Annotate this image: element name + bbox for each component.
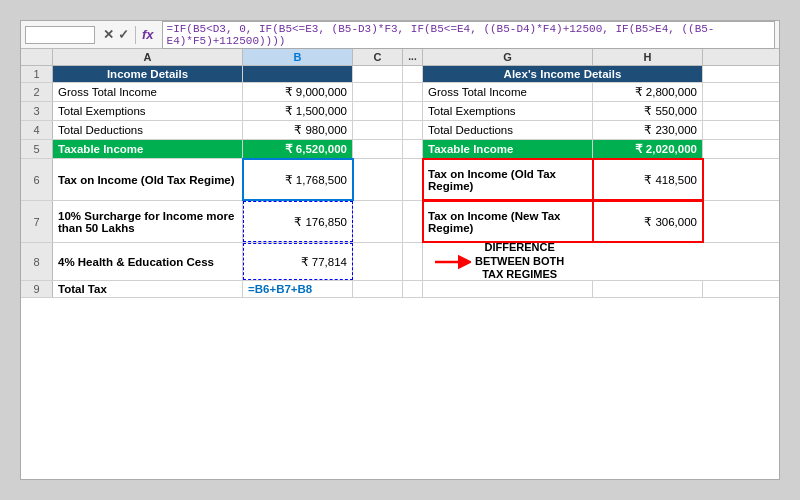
cell-a7[interactable]: 10% Surcharge for Income more than 50 La… bbox=[53, 201, 243, 242]
row-num-6: 6 bbox=[21, 159, 53, 200]
cell-dots-7 bbox=[403, 201, 423, 242]
col-header-c: C bbox=[353, 49, 403, 65]
col-header-h: H bbox=[593, 49, 703, 65]
table-row: 3 Total Exemptions ₹ 1,500,000 Total Exe… bbox=[21, 102, 779, 121]
cell-h9[interactable] bbox=[593, 281, 703, 297]
cell-b5[interactable]: ₹ 6,520,000 bbox=[243, 140, 353, 158]
cell-b4[interactable]: ₹ 980,000 bbox=[243, 121, 353, 139]
grid-area: A B C ... G H 1 Income Details Alex's In… bbox=[21, 49, 779, 479]
cell-c1[interactable] bbox=[353, 66, 403, 82]
cell-c3[interactable] bbox=[353, 102, 403, 120]
cell-g4[interactable]: Total Deductions bbox=[423, 121, 593, 139]
cell-c6[interactable] bbox=[353, 159, 403, 200]
cell-dots-3 bbox=[403, 102, 423, 120]
cell-h3[interactable]: ₹ 550,000 bbox=[593, 102, 703, 120]
formula-text: =IF(B5<D3, 0, IF(B5<=E3, (B5-D3)*F3, IF(… bbox=[167, 23, 715, 47]
table-row: 2 Gross Total Income ₹ 9,000,000 Gross T… bbox=[21, 83, 779, 102]
row-num-8: 8 bbox=[21, 243, 53, 280]
table-row: 9 Total Tax =B6+B7+B8 bbox=[21, 281, 779, 298]
cell-b1[interactable] bbox=[243, 66, 353, 82]
cell-b2[interactable]: ₹ 9,000,000 bbox=[243, 83, 353, 101]
cell-g2[interactable]: Gross Total Income bbox=[423, 83, 593, 101]
table-row: 6 Tax on Income (Old Tax Regime) ₹ 1,768… bbox=[21, 159, 779, 201]
cell-b9[interactable]: =B6+B7+B8 bbox=[243, 281, 353, 297]
row-num-7: 7 bbox=[21, 201, 53, 242]
cell-c7[interactable] bbox=[353, 201, 403, 242]
cell-h4[interactable]: ₹ 230,000 bbox=[593, 121, 703, 139]
corner-cell bbox=[21, 49, 53, 65]
cell-g3[interactable]: Total Exemptions bbox=[423, 102, 593, 120]
cell-b8[interactable]: ₹ 77,814 bbox=[243, 243, 353, 280]
cell-h7[interactable]: ₹ 306,000 bbox=[593, 201, 703, 242]
cell-a6[interactable]: Tax on Income (Old Tax Regime) bbox=[53, 159, 243, 200]
row-num-1: 1 bbox=[21, 66, 53, 82]
diff-label: DIFFERENCE BETWEEN BOTH TAX REGIMES bbox=[475, 241, 564, 282]
cell-a1[interactable]: Income Details bbox=[53, 66, 243, 82]
cell-g5[interactable]: Taxable Income bbox=[423, 140, 593, 158]
cell-h2[interactable]: ₹ 2,800,000 bbox=[593, 83, 703, 101]
cell-b6[interactable]: ₹ 1,768,500 bbox=[243, 159, 353, 200]
cell-c8[interactable] bbox=[353, 243, 403, 280]
cell-b3[interactable]: ₹ 1,500,000 bbox=[243, 102, 353, 120]
row-num-4: 4 bbox=[21, 121, 53, 139]
cell-b7[interactable]: ₹ 176,850 bbox=[243, 201, 353, 242]
cell-h6[interactable]: ₹ 418,500 bbox=[593, 159, 703, 200]
cell-c9[interactable] bbox=[353, 281, 403, 297]
cell-dots-2 bbox=[403, 83, 423, 101]
table-row: 8 4% Health & Education Cess ₹ 77,814 bbox=[21, 243, 779, 281]
col-header-b: B bbox=[243, 49, 353, 65]
row-num-5: 5 bbox=[21, 140, 53, 158]
fx-icon[interactable]: fx bbox=[142, 27, 154, 42]
cell-a3[interactable]: Total Exemptions bbox=[53, 102, 243, 120]
row-num-2: 2 bbox=[21, 83, 53, 101]
cell-a8[interactable]: 4% Health & Education Cess bbox=[53, 243, 243, 280]
formula-input[interactable]: =IF(B5<D3, 0, IF(B5<=E3, (B5-D3)*F3, IF(… bbox=[162, 21, 775, 49]
col-headers-row: A B C ... G H bbox=[21, 49, 779, 66]
cell-a9[interactable]: Total Tax bbox=[53, 281, 243, 297]
col-header-g: G bbox=[423, 49, 593, 65]
formula-bar: B6 ✕ ✓ fx =IF(B5<D3, 0, IF(B5<=E3, (B5-D… bbox=[21, 21, 779, 49]
right-arrow-icon bbox=[431, 250, 471, 274]
col-header-dots: ... bbox=[403, 49, 423, 65]
spreadsheet: B6 ✕ ✓ fx =IF(B5<D3, 0, IF(B5<=E3, (B5-D… bbox=[20, 20, 780, 480]
name-box[interactable]: B6 bbox=[25, 26, 95, 44]
table-row: 5 Taxable Income ₹ 6,520,000 Taxable Inc… bbox=[21, 140, 779, 159]
cell-dots-4 bbox=[403, 121, 423, 139]
cell-dots-8 bbox=[403, 243, 423, 280]
row-num-9: 9 bbox=[21, 281, 53, 297]
row-num-3: 3 bbox=[21, 102, 53, 120]
col-header-a: A bbox=[53, 49, 243, 65]
table-row: 1 Income Details Alex's Income Details bbox=[21, 66, 779, 83]
cell-a2[interactable]: Gross Total Income bbox=[53, 83, 243, 101]
table-row: 4 Total Deductions ₹ 980,000 Total Deduc… bbox=[21, 121, 779, 140]
arrow-container: DIFFERENCE BETWEEN BOTH TAX REGIMES bbox=[431, 241, 564, 282]
cell-g7-area: Tax on Income (New Tax Regime) ₹ 306,000 bbox=[423, 201, 703, 242]
cell-c4[interactable] bbox=[353, 121, 403, 139]
confirm-icon[interactable]: ✓ bbox=[118, 27, 129, 42]
grid-rows: 1 Income Details Alex's Income Details 2… bbox=[21, 66, 779, 479]
cell-a5[interactable]: Taxable Income bbox=[53, 140, 243, 158]
formula-icons: ✕ ✓ fx bbox=[99, 26, 158, 44]
diff-arrow-area: DIFFERENCE BETWEEN BOTH TAX REGIMES bbox=[423, 243, 703, 280]
cancel-icon[interactable]: ✕ bbox=[103, 27, 114, 42]
cell-dots-9 bbox=[403, 281, 423, 297]
cell-g9[interactable] bbox=[423, 281, 593, 297]
cell-dots-5 bbox=[403, 140, 423, 158]
cell-dots-1 bbox=[403, 66, 423, 82]
cell-g7[interactable]: Tax on Income (New Tax Regime) bbox=[423, 201, 593, 242]
cell-dots-6 bbox=[403, 159, 423, 200]
cell-h5[interactable]: ₹ 2,020,000 bbox=[593, 140, 703, 158]
cell-c5[interactable] bbox=[353, 140, 403, 158]
cell-c2[interactable] bbox=[353, 83, 403, 101]
cell-a4[interactable]: Total Deductions bbox=[53, 121, 243, 139]
table-row: 7 10% Surcharge for Income more than 50 … bbox=[21, 201, 779, 243]
cell-g6[interactable]: Tax on Income (Old Tax Regime) bbox=[423, 159, 593, 200]
cell-g1[interactable]: Alex's Income Details bbox=[423, 66, 703, 82]
